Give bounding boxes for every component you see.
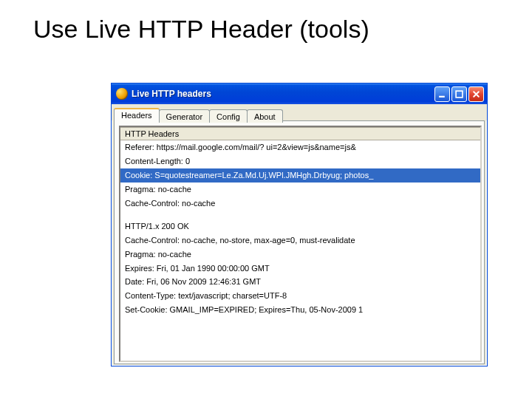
header-line[interactable]: Set-Cookie: GMAIL_IMP=EXPIRED; Expires=T… [120,303,480,317]
header-line[interactable]: Content-Length: 0 [120,154,480,168]
minimize-icon [438,90,446,98]
slide-title: Use Live HTTP Header (tools) [33,15,532,44]
blank-line [120,211,480,219]
headers-listbox[interactable]: HTTP Headers Referer: https://mail.googl… [119,126,482,362]
window-title: Live HTTP headers [132,89,434,99]
header-line[interactable]: Date: Fri, 06 Nov 2009 12:46:31 GMT [120,275,480,289]
minimize-button[interactable] [434,86,450,102]
tab-config[interactable]: Config [209,109,248,123]
header-line-selected[interactable]: Cookie: S=quotestreamer=Le.Za.Md.Uj.WPl.… [120,168,480,183]
header-line[interactable]: Cache-Control: no-cache [120,197,480,211]
maximize-icon [455,90,463,98]
header-line[interactable]: Expires: Fri, 01 Jan 1990 00:00:00 GMT [120,262,480,276]
tab-generator[interactable]: Generator [159,109,211,123]
section-header: HTTP Headers [120,127,480,140]
tab-panel: HTTP Headers Referer: https://mail.googl… [114,120,485,364]
header-line[interactable]: Pragma: no-cache [120,248,480,262]
header-line[interactable]: Referer: https://mail.google.com/mail/? … [120,140,480,154]
header-line[interactable]: Pragma: no-cache [120,183,480,197]
close-icon [472,90,480,98]
maximize-button[interactable] [451,86,467,102]
titlebar[interactable]: Live HTTP headers [112,83,487,104]
tab-about[interactable]: About [247,109,283,123]
header-line[interactable]: Content-Type: text/javascript; charset=U… [120,289,480,303]
app-icon [116,88,128,100]
header-line[interactable]: HTTP/1.x 200 OK [120,219,480,233]
tab-bar: Headers Generator Config About [112,104,487,120]
close-button[interactable] [468,86,484,102]
header-line[interactable]: Cache-Control: no-cache, no-store, max-a… [120,233,480,248]
tab-headers[interactable]: Headers [114,108,160,122]
svg-rect-0 [439,95,445,97]
window-buttons [434,86,484,102]
app-window: Live HTTP headers Headers Generator Conf… [111,83,488,366]
svg-rect-1 [456,91,463,98]
